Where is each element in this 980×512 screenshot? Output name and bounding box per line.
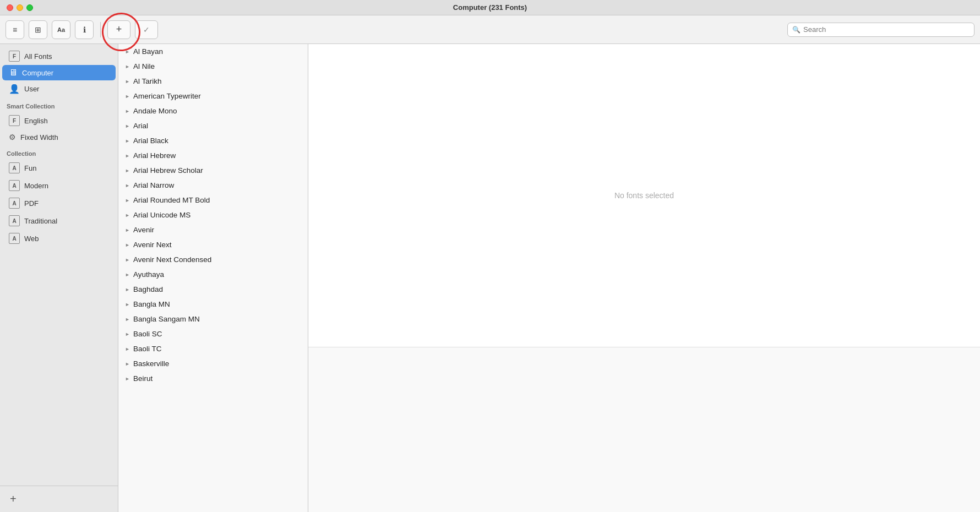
font-name: Avenir (133, 226, 154, 234)
font-list-item[interactable]: ►Arial Hebrew (118, 148, 308, 163)
hamburger-icon: ≡ (13, 25, 17, 34)
font-list-item[interactable]: ►Avenir (118, 222, 308, 237)
all-fonts-icon: F (9, 51, 20, 62)
search-input[interactable] (803, 25, 970, 34)
close-button[interactable] (7, 4, 13, 11)
chevron-icon: ► (125, 64, 130, 69)
fixed-width-label: Fixed Width (20, 133, 58, 141)
sidebar-item-fun[interactable]: A Fun (2, 160, 116, 176)
font-list-item[interactable]: ►Arial Hebrew Scholar (118, 163, 308, 178)
chevron-icon: ► (125, 287, 130, 292)
font-list-panel: ►Al Bayan►Al Nile►Al Tarikh►American Typ… (118, 44, 308, 512)
chevron-icon: ► (125, 346, 130, 352)
font-name: Avenir Next Condensed (133, 255, 211, 264)
font-name: Baskerville (133, 360, 169, 368)
font-list-item[interactable]: ►Bangla Sangam MN (118, 312, 308, 326)
smart-collection-label: Smart Collection (0, 97, 118, 112)
sidebar-item-all-fonts[interactable]: F All Fonts (2, 48, 116, 64)
font-name: Andale Mono (133, 107, 177, 115)
chevron-icon: ► (125, 153, 130, 159)
font-list-item[interactable]: ►Al Bayan (118, 44, 308, 59)
font-list-item[interactable]: ►Al Nile (118, 59, 308, 74)
user-label: User (24, 85, 39, 93)
sidebar-item-web[interactable]: A Web (2, 230, 116, 247)
toolbar: ≡ ⊞ Aa ℹ + ✓ 🔍 (0, 15, 980, 44)
maximize-button[interactable] (26, 4, 33, 11)
chevron-icon: ► (125, 317, 130, 322)
sidebar-item-computer[interactable]: 🖥 Computer (2, 65, 116, 80)
modern-icon: A (9, 180, 20, 191)
toolbar-right: 🔍 (787, 23, 974, 37)
font-list-item[interactable]: ►Beirut (118, 371, 308, 386)
plus-icon: + (116, 24, 122, 35)
sidebar-item-modern[interactable]: A Modern (2, 177, 116, 194)
font-list-item[interactable]: ►Arial Unicode MS (118, 208, 308, 222)
font-name: Arial Hebrew Scholar (133, 166, 203, 175)
computer-icon: 🖥 (9, 68, 18, 78)
font-list-item[interactable]: ►Arial Rounded MT Bold (118, 193, 308, 208)
gear-icon: ⚙ (9, 133, 16, 141)
traditional-label: Traditional (24, 217, 57, 225)
font-list-item[interactable]: ►American Typewriter (118, 89, 308, 104)
font-preview-button[interactable]: Aa (52, 20, 70, 39)
preview-area: No fonts selected (308, 44, 980, 347)
search-box[interactable]: 🔍 (787, 23, 974, 37)
font-list-item[interactable]: ►Baoli SC (118, 326, 308, 341)
font-list-item[interactable]: ►Baghdad (118, 282, 308, 297)
grid-view-button[interactable]: ⊞ (29, 20, 47, 39)
chevron-icon: ► (125, 123, 130, 129)
pdf-icon: A (9, 198, 20, 209)
font-list-item[interactable]: ►Arial (118, 118, 308, 133)
traditional-icon: A (9, 215, 20, 226)
all-fonts-label: All Fonts (24, 52, 52, 61)
web-label: Web (24, 235, 39, 243)
chevron-icon: ► (125, 331, 130, 337)
info-button[interactable]: ℹ (75, 20, 94, 39)
minimize-button[interactable] (17, 4, 23, 11)
font-name: Baghdad (133, 285, 163, 293)
font-name: Beirut (133, 374, 153, 383)
font-name: American Typewriter (133, 92, 201, 100)
chevron-icon: ► (125, 227, 130, 233)
chevron-icon: ► (125, 213, 130, 218)
font-list-item[interactable]: ►Arial Black (118, 133, 308, 148)
info-icon: ℹ (83, 25, 86, 34)
sidebar-item-traditional[interactable]: A Traditional (2, 213, 116, 229)
font-list-item[interactable]: ►Andale Mono (118, 104, 308, 118)
chevron-icon: ► (125, 257, 130, 263)
font-name: Ayuthaya (133, 270, 164, 279)
main-content: F All Fonts 🖥 Computer 👤 User Smart Coll… (0, 44, 980, 512)
font-list-item[interactable]: ►Bangla MN (118, 297, 308, 312)
font-list-item[interactable]: ►Avenir Next Condensed (118, 252, 308, 267)
sidebar-add-button[interactable]: + (7, 492, 20, 506)
validate-button[interactable]: ✓ (135, 20, 158, 39)
modern-label: Modern (24, 182, 48, 190)
sidebar-item-english[interactable]: F English (2, 112, 116, 129)
font-list-item[interactable]: ►Baoli TC (118, 341, 308, 356)
add-collection-button[interactable]: + (107, 20, 130, 39)
search-icon: 🔍 (792, 26, 801, 34)
font-list-item[interactable]: ►Avenir Next (118, 237, 308, 252)
chevron-icon: ► (125, 198, 130, 203)
font-list-item[interactable]: ►Arial Narrow (118, 178, 308, 193)
window-title: Computer (231 Fonts) (453, 3, 527, 12)
font-name: Baoli SC (133, 330, 162, 338)
sidebar-item-user[interactable]: 👤 User (2, 81, 116, 97)
chevron-icon: ► (125, 94, 130, 99)
font-list-item[interactable]: ►Baskerville (118, 356, 308, 371)
font-name: Al Tarikh (133, 77, 162, 85)
chevron-icon: ► (125, 302, 130, 307)
pdf-label: PDF (24, 199, 39, 208)
font-name: Arial Unicode MS (133, 211, 190, 219)
sidebar-item-pdf[interactable]: A PDF (2, 195, 116, 211)
font-name: Arial (133, 122, 148, 130)
chevron-icon: ► (125, 361, 130, 367)
font-name: Bangla MN (133, 300, 170, 308)
preview-panel: No fonts selected (308, 44, 980, 512)
font-list-item[interactable]: ►Ayuthaya (118, 267, 308, 282)
collection-label: Collection (0, 145, 118, 159)
hamburger-button[interactable]: ≡ (6, 20, 24, 39)
font-preview-icon: Aa (57, 26, 65, 33)
sidebar-item-fixed-width[interactable]: ⚙ Fixed Width (2, 130, 116, 144)
font-list-item[interactable]: ►Al Tarikh (118, 74, 308, 89)
